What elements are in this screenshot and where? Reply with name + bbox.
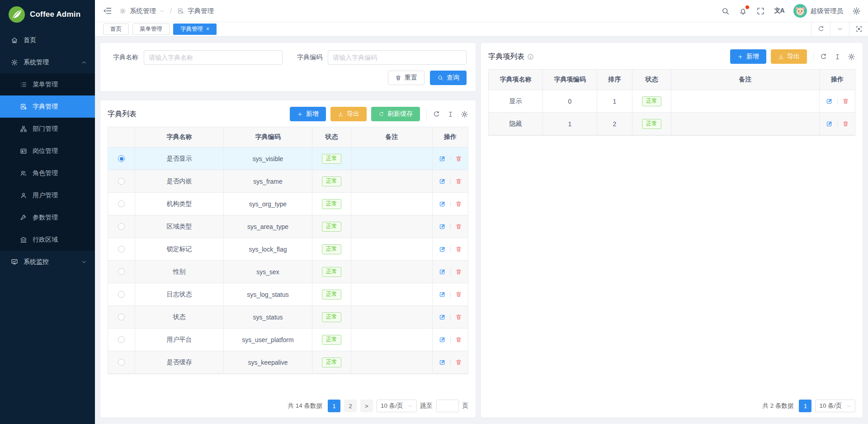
delete-icon[interactable]: [455, 314, 462, 320]
row-radio[interactable]: [118, 223, 125, 230]
table-row[interactable]: 是否显示 sys_visible 正常: [108, 148, 468, 170]
jump-page-input[interactable]: [436, 400, 459, 412]
breadcrumb-current[interactable]: 字典管理: [188, 7, 214, 15]
delete-icon[interactable]: [842, 98, 849, 105]
sidebar-item-role-management[interactable]: 角色管理: [0, 162, 95, 184]
delete-icon[interactable]: [455, 178, 462, 185]
settings-gear-icon[interactable]: [852, 7, 861, 15]
sidebar-item-user-management[interactable]: 用户管理: [0, 184, 95, 206]
edit-icon[interactable]: [826, 120, 833, 127]
row-radio[interactable]: [118, 200, 125, 207]
edit-icon[interactable]: [439, 314, 446, 320]
export-button[interactable]: 导出: [330, 107, 367, 121]
close-icon[interactable]: ×: [206, 26, 209, 32]
row-radio[interactable]: [118, 268, 125, 275]
delete-icon[interactable]: [455, 291, 462, 298]
search-icon[interactable]: [721, 7, 730, 15]
column-settings-gear-icon[interactable]: [848, 53, 855, 61]
dict-name-input[interactable]: [144, 50, 283, 65]
menu-fold-icon[interactable]: [103, 6, 112, 15]
sidebar-item-dict-management[interactable]: 字典管理: [0, 95, 95, 118]
add-item-button[interactable]: 新增: [730, 49, 766, 64]
notification-bell-icon[interactable]: [739, 7, 747, 15]
dict-code-input[interactable]: [328, 50, 467, 65]
edit-icon[interactable]: [826, 98, 833, 105]
text-height-icon[interactable]: [447, 111, 454, 118]
row-radio[interactable]: [118, 359, 125, 366]
row-radio[interactable]: [118, 336, 125, 343]
page-size-select[interactable]: 10 条/页: [815, 400, 855, 412]
row-radio[interactable]: [118, 314, 125, 320]
edit-icon[interactable]: [439, 291, 446, 298]
table-row[interactable]: 性别 sys_sex 正常: [108, 261, 468, 283]
reset-button[interactable]: 重置: [388, 71, 425, 85]
edit-icon[interactable]: [439, 246, 446, 252]
breadcrumb-parent[interactable]: 系统管理: [130, 7, 156, 15]
table-row[interactable]: 用户平台 sys_user_platform 正常: [108, 329, 468, 351]
table-row[interactable]: 日志状态 sys_log_status 正常: [108, 283, 468, 306]
row-radio[interactable]: [118, 155, 125, 162]
delete-icon[interactable]: [455, 268, 462, 275]
refresh-icon[interactable]: [433, 110, 440, 118]
sidebar-item-admin-region[interactable]: 行政区域: [0, 229, 95, 251]
edit-icon[interactable]: [439, 268, 446, 275]
info-icon[interactable]: [527, 53, 534, 60]
table-row[interactable]: 机构类型 sys_org_type 正常: [108, 193, 468, 215]
sidebar-item-label: 参数管理: [33, 214, 58, 222]
export-item-button[interactable]: 导出: [771, 49, 807, 64]
maximize-icon[interactable]: [849, 22, 868, 36]
status-badge: 正常: [322, 154, 341, 164]
delete-icon[interactable]: [455, 155, 462, 162]
table-header-row: 字典名称 字典编码 状态 备注 操作: [108, 127, 468, 148]
next-page-button[interactable]: >: [360, 400, 373, 412]
language-icon[interactable]: 文A: [774, 7, 784, 15]
edit-icon[interactable]: [439, 336, 446, 343]
page-button-1[interactable]: 1: [799, 400, 811, 412]
table-row[interactable]: 区域类型 sys_area_type 正常: [108, 215, 468, 238]
edit-icon[interactable]: [439, 155, 446, 162]
column-settings-gear-icon[interactable]: [461, 110, 468, 118]
table-row[interactable]: 是否缓存 sys_keepalive 正常: [108, 351, 468, 374]
page-button-2[interactable]: 2: [344, 400, 357, 412]
table-row[interactable]: 显示 0 1 正常: [489, 90, 855, 113]
sidebar-item-param-management[interactable]: 参数管理: [0, 206, 95, 229]
user-menu[interactable]: 超级管理员: [793, 4, 844, 18]
sidebar-item-system-monitor[interactable]: 系统监控: [0, 251, 95, 273]
edit-icon[interactable]: [439, 359, 446, 366]
sidebar-item-post-management[interactable]: 岗位管理: [0, 140, 95, 162]
roles-icon: [20, 170, 27, 177]
table-row[interactable]: 状态 sys_status 正常: [108, 306, 468, 329]
table-row[interactable]: 隐藏 1 2 正常: [489, 113, 855, 135]
query-button[interactable]: 查询: [430, 71, 467, 85]
edit-icon[interactable]: [439, 178, 446, 185]
delete-icon[interactable]: [842, 120, 849, 127]
page-size-select[interactable]: 10 条/页: [377, 400, 417, 412]
row-radio[interactable]: [118, 178, 125, 185]
table-row[interactable]: 锁定标记 sys_lock_flag 正常: [108, 238, 468, 261]
text-height-icon[interactable]: [834, 53, 841, 60]
add-button[interactable]: 新增: [290, 107, 326, 121]
sidebar-item-system-management[interactable]: 系统管理: [0, 51, 95, 73]
edit-icon[interactable]: [439, 200, 446, 207]
row-radio[interactable]: [118, 246, 125, 252]
sidebar-item-home[interactable]: 首页: [0, 29, 95, 51]
fullscreen-icon[interactable]: [756, 7, 765, 15]
tab-menu-management[interactable]: 菜单管理: [132, 24, 170, 35]
page-button-1[interactable]: 1: [328, 400, 340, 412]
row-radio[interactable]: [118, 291, 125, 298]
delete-icon[interactable]: [455, 223, 462, 230]
refresh-icon[interactable]: [820, 53, 827, 61]
chevron-down-icon[interactable]: [830, 22, 849, 36]
delete-icon[interactable]: [455, 336, 462, 343]
sidebar-item-dept-management[interactable]: 部门管理: [0, 118, 95, 140]
tab-dict-management[interactable]: 字典管理 ×: [173, 24, 217, 35]
sidebar-item-menu-management[interactable]: 菜单管理: [0, 73, 95, 95]
table-row[interactable]: 是否内嵌 sys_frame 正常: [108, 170, 468, 193]
tab-home[interactable]: 首页: [103, 24, 129, 35]
delete-icon[interactable]: [455, 359, 462, 366]
refresh-cache-button[interactable]: 刷新缓存: [371, 107, 420, 121]
delete-icon[interactable]: [455, 246, 462, 252]
delete-icon[interactable]: [455, 200, 462, 207]
edit-icon[interactable]: [439, 223, 446, 230]
refresh-icon[interactable]: [811, 22, 830, 36]
